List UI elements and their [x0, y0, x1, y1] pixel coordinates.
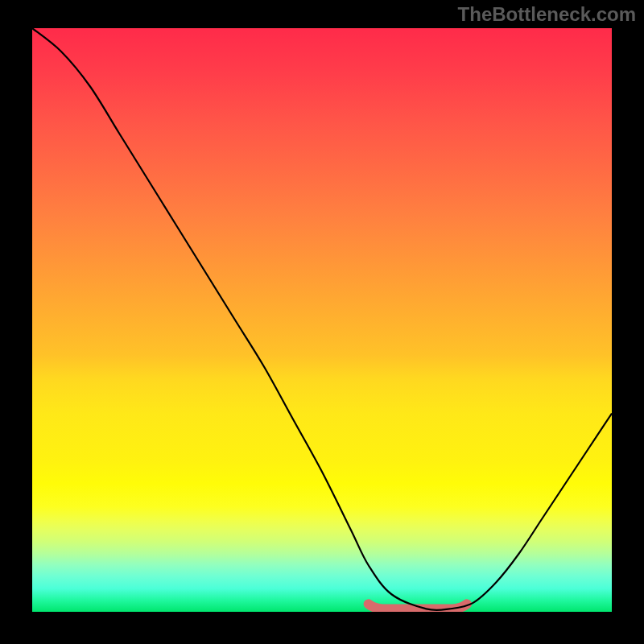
bottleneck-curve: [32, 28, 612, 610]
chart-svg: [32, 28, 612, 612]
chart-plot-area: [32, 28, 612, 612]
watermark-text: TheBottleneck.com: [458, 3, 636, 26]
